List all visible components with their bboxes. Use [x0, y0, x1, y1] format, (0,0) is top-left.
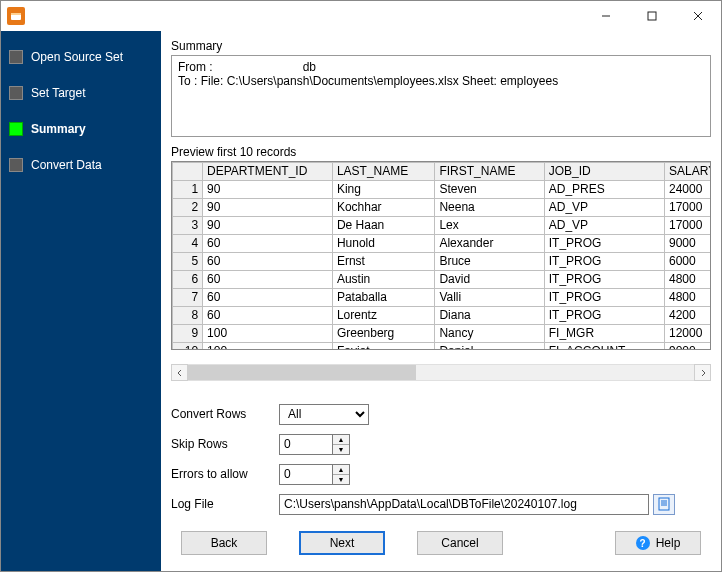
title-bar	[1, 1, 721, 31]
cell[interactable]: FI_ACCOUNT	[544, 342, 664, 350]
maximize-button[interactable]	[629, 1, 675, 31]
sidebar-item-label: Convert Data	[31, 158, 102, 172]
table-row[interactable]: 290KochharNeenaAD_VP17000NKOCHHAR100	[173, 198, 712, 216]
browse-logfile-button[interactable]	[653, 494, 675, 515]
cell[interactable]: 60	[203, 270, 333, 288]
cell[interactable]: David	[435, 270, 544, 288]
cell[interactable]: Hunold	[332, 234, 435, 252]
scroll-track[interactable]	[188, 364, 694, 381]
cell[interactable]: Austin	[332, 270, 435, 288]
column-header[interactable]: SALARY	[665, 162, 712, 180]
table-row[interactable]: 860LorentzDianaIT_PROG4200DLORENTZ103	[173, 306, 712, 324]
cell[interactable]: 4200	[665, 306, 712, 324]
scroll-thumb[interactable]	[188, 365, 416, 380]
cell[interactable]: Bruce	[435, 252, 544, 270]
preview-grid[interactable]: DEPARTMENT_IDLAST_NAMEFIRST_NAMEJOB_IDSA…	[171, 161, 711, 350]
cell[interactable]: Faviet	[332, 342, 435, 350]
cell[interactable]: Daniel	[435, 342, 544, 350]
scroll-left-icon[interactable]	[171, 364, 188, 381]
cell[interactable]: Kochhar	[332, 198, 435, 216]
cell[interactable]: Lorentz	[332, 306, 435, 324]
cell[interactable]: Greenberg	[332, 324, 435, 342]
errors-spinner[interactable]: ▲▼	[279, 464, 350, 485]
cell[interactable]: 24000	[665, 180, 712, 198]
spin-down-icon[interactable]: ▼	[333, 475, 349, 484]
cell[interactable]: 100	[203, 324, 333, 342]
spin-down-icon[interactable]: ▼	[333, 445, 349, 454]
cell[interactable]: 60	[203, 252, 333, 270]
spin-up-icon[interactable]: ▲	[333, 435, 349, 445]
cell[interactable]: 90	[203, 180, 333, 198]
sidebar-item-convert-data[interactable]: Convert Data	[9, 151, 161, 179]
step-box-icon	[9, 50, 23, 64]
cell[interactable]: 6000	[665, 252, 712, 270]
cell[interactable]: 17000	[665, 198, 712, 216]
cell[interactable]: 9000	[665, 342, 712, 350]
sidebar-item-open-source[interactable]: Open Source Set	[9, 43, 161, 71]
column-header[interactable]: LAST_NAME	[332, 162, 435, 180]
cell[interactable]: Diana	[435, 306, 544, 324]
cell[interactable]: 90	[203, 198, 333, 216]
horizontal-scrollbar[interactable]	[171, 364, 711, 381]
skip-rows-label: Skip Rows	[171, 437, 279, 451]
minimize-button[interactable]	[583, 1, 629, 31]
cell[interactable]: IT_PROG	[544, 234, 664, 252]
cell[interactable]: AD_PRES	[544, 180, 664, 198]
button-label: Next	[330, 536, 355, 550]
cell[interactable]: King	[332, 180, 435, 198]
column-header[interactable]: JOB_ID	[544, 162, 664, 180]
table-row[interactable]: 9100GreenbergNancyFI_MGR12000NGREENBE101	[173, 324, 712, 342]
cell[interactable]: IT_PROG	[544, 252, 664, 270]
cell[interactable]: 12000	[665, 324, 712, 342]
sidebar-item-set-target[interactable]: Set Target	[9, 79, 161, 107]
cell[interactable]: AD_VP	[544, 216, 664, 234]
scroll-right-icon[interactable]	[694, 364, 711, 381]
cell[interactable]: 4800	[665, 288, 712, 306]
table-row[interactable]: 190KingStevenAD_PRES24000SKINGnull	[173, 180, 712, 198]
cell[interactable]: FI_MGR	[544, 324, 664, 342]
close-button[interactable]	[675, 1, 721, 31]
cell[interactable]: IT_PROG	[544, 288, 664, 306]
cell[interactable]: De Haan	[332, 216, 435, 234]
skip-rows-input[interactable]	[279, 434, 333, 455]
cell[interactable]: 17000	[665, 216, 712, 234]
row-number-header	[173, 162, 203, 180]
cell[interactable]: 4800	[665, 270, 712, 288]
sidebar-item-summary[interactable]: Summary	[9, 115, 161, 143]
errors-input[interactable]	[279, 464, 333, 485]
convert-rows-select[interactable]: All	[279, 404, 369, 425]
cell[interactable]: Neena	[435, 198, 544, 216]
cell[interactable]: Alexander	[435, 234, 544, 252]
cell[interactable]: 90	[203, 216, 333, 234]
table-row[interactable]: 760PataballaValliIT_PROG4800VPATABAL103	[173, 288, 712, 306]
column-header[interactable]: FIRST_NAME	[435, 162, 544, 180]
cell[interactable]: Lex	[435, 216, 544, 234]
spin-up-icon[interactable]: ▲	[333, 465, 349, 475]
cell[interactable]: Nancy	[435, 324, 544, 342]
column-header[interactable]: DEPARTMENT_ID	[203, 162, 333, 180]
app-icon	[7, 7, 25, 25]
cell[interactable]: Steven	[435, 180, 544, 198]
next-button[interactable]: Next	[299, 531, 385, 555]
cell[interactable]: 60	[203, 234, 333, 252]
table-row[interactable]: 390De HaanLexAD_VP17000LDEHAAN100	[173, 216, 712, 234]
table-row[interactable]: 10100FavietDanielFI_ACCOUNT9000DFAVIET10…	[173, 342, 712, 350]
back-button[interactable]: Back	[181, 531, 267, 555]
cell[interactable]: 60	[203, 306, 333, 324]
cell[interactable]: 9000	[665, 234, 712, 252]
cell[interactable]: 60	[203, 288, 333, 306]
cell[interactable]: 100	[203, 342, 333, 350]
cell[interactable]: Ernst	[332, 252, 435, 270]
cell[interactable]: IT_PROG	[544, 306, 664, 324]
table-row[interactable]: 660AustinDavidIT_PROG4800DAUSTIN103	[173, 270, 712, 288]
table-row[interactable]: 560ErnstBruceIT_PROG6000BERNST103	[173, 252, 712, 270]
cell[interactable]: IT_PROG	[544, 270, 664, 288]
table-row[interactable]: 460HunoldAlexanderIT_PROG9000AHUNOLD102	[173, 234, 712, 252]
cell[interactable]: AD_VP	[544, 198, 664, 216]
logfile-input[interactable]	[279, 494, 649, 515]
cancel-button[interactable]: Cancel	[417, 531, 503, 555]
skip-rows-spinner[interactable]: ▲▼	[279, 434, 350, 455]
cell[interactable]: Pataballa	[332, 288, 435, 306]
cell[interactable]: Valli	[435, 288, 544, 306]
help-button[interactable]: ? Help	[615, 531, 701, 555]
